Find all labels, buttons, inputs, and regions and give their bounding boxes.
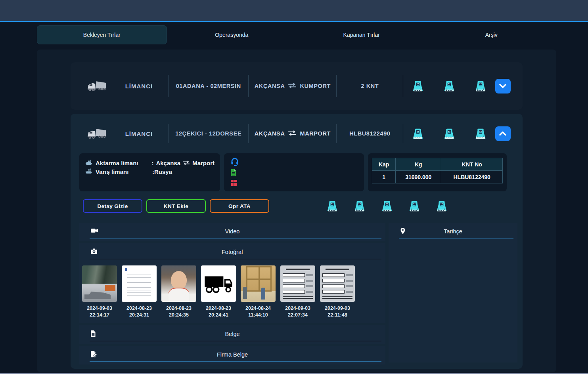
truck-on-road-icon bbox=[442, 127, 457, 140]
media-left-column: Video Fotoğraf 2 bbox=[79, 223, 385, 364]
port-detail-panel: Aktarma limanı :Akçansa Marport Varış li… bbox=[79, 153, 220, 191]
transfer-arrows-icon bbox=[288, 83, 297, 90]
photo-time: 11:44:10 bbox=[241, 312, 276, 319]
document-file-icon[interactable] bbox=[230, 169, 237, 177]
photo-item: 2024-08-2411:44:10 bbox=[241, 265, 276, 319]
section-underline bbox=[90, 361, 381, 362]
transfer-port-value: :Akçansa Marport bbox=[151, 160, 215, 166]
chevron-down-icon bbox=[498, 82, 508, 90]
truck-card-expanded: LİMANCI 12ÇEKICI - 12DORSEE AKÇANSA MARP… bbox=[71, 114, 523, 369]
knt-table-panel: Kap Kg KNT No 1 31690.000 HLBU8122490 bbox=[368, 153, 507, 191]
photo-date: 2024-09-03 bbox=[280, 305, 315, 312]
history-panel: Tarihçe bbox=[389, 223, 517, 363]
section-title: Belge bbox=[79, 325, 385, 343]
origin-port: AKÇANSA bbox=[255, 130, 285, 137]
transfer-from: Akçansa bbox=[156, 160, 180, 166]
photo-thumbnail[interactable] bbox=[320, 265, 355, 302]
support-headset-icon[interactable] bbox=[230, 157, 239, 166]
truck-on-road-icon bbox=[410, 80, 425, 93]
video-section[interactable]: Video bbox=[79, 223, 385, 241]
document-section[interactable]: Belge bbox=[79, 325, 385, 344]
col-header-kg: Kg bbox=[396, 158, 441, 171]
photo-thumbnail[interactable] bbox=[241, 265, 276, 302]
table-row: 1 31690.000 HLBU8122490 bbox=[372, 171, 503, 183]
photo-thumbnail[interactable] bbox=[161, 265, 196, 302]
section-title: Firma Belge bbox=[79, 346, 385, 363]
cargo-ship-icon bbox=[85, 159, 93, 166]
container-number: HLBU8122490 bbox=[337, 130, 403, 137]
cargo-ship-icon bbox=[85, 168, 93, 175]
transfer-to: Marport bbox=[192, 160, 215, 166]
truck-status-icons bbox=[403, 127, 495, 140]
photo-grid: 2024-09-0322:14:17 2024-08-2320:24:31 20… bbox=[79, 262, 385, 323]
photo-time: 22:11:48 bbox=[320, 312, 355, 319]
company-document-section-header: Firma Belge bbox=[79, 346, 385, 364]
photo-thumbnail[interactable] bbox=[280, 265, 315, 302]
video-camera-icon bbox=[90, 227, 98, 235]
port-route: AKÇANSA MARPORT bbox=[249, 130, 336, 137]
route-plates: 01ADANA - 02MERSIN bbox=[169, 83, 248, 89]
expand-card-button[interactable] bbox=[495, 79, 511, 94]
section-title: Tarihçe bbox=[389, 223, 517, 240]
collapse-card-button[interactable] bbox=[495, 126, 511, 141]
knt-table: Kap Kg KNT No 1 31690.000 HLBU8122490 bbox=[372, 158, 503, 183]
media-sections: Video Fotoğraf 2 bbox=[79, 223, 517, 364]
truck-card-collapsed: LİMANCI 01ADANA - 02MERSIN AKÇANSA KUMPO… bbox=[71, 62, 523, 110]
colon: : bbox=[151, 160, 153, 166]
add-knt-button[interactable]: KNT Ekle bbox=[146, 199, 206, 213]
tab-arsiv[interactable]: Arşiv bbox=[427, 25, 557, 44]
camera-icon bbox=[90, 248, 98, 256]
tab-bekleyen-tirlar[interactable]: Bekleyen Tırlar bbox=[37, 25, 167, 44]
photo-section-header[interactable]: Fotoğraf bbox=[79, 243, 385, 262]
truck-on-road-icon bbox=[407, 200, 422, 213]
history-column: Tarihçe bbox=[389, 223, 517, 364]
photo-time: 22:07:34 bbox=[280, 312, 315, 319]
photo-thumbnail[interactable] bbox=[82, 265, 117, 302]
truck-on-road-icon bbox=[473, 127, 488, 140]
origin-port: AKÇANSA bbox=[255, 83, 285, 89]
quick-icons-panel bbox=[224, 153, 364, 191]
hide-detail-button[interactable]: Detay Gizle bbox=[83, 199, 142, 213]
document-icon bbox=[90, 330, 96, 339]
tab-operasyonda[interactable]: Operasyonda bbox=[167, 25, 297, 44]
transfer-port-row: Aktarma limanı :Akçansa Marport bbox=[85, 158, 215, 167]
photo-thumbnail[interactable] bbox=[122, 265, 157, 302]
tab-kapanan-tirlar[interactable]: Kapanan Tırlar bbox=[297, 25, 427, 44]
truck-on-road-icon bbox=[473, 80, 488, 93]
semitruck-image bbox=[82, 126, 110, 141]
section-underline bbox=[90, 259, 381, 259]
truck-card-header: LİMANCI 01ADANA - 02MERSIN AKÇANSA KUMPO… bbox=[71, 62, 523, 110]
transfer-port-label: Aktarma limanı bbox=[96, 160, 151, 166]
col-header-kap: Kap bbox=[372, 158, 396, 171]
semitruck-image bbox=[82, 79, 110, 93]
photo-item: 2024-08-2320:24:31 bbox=[122, 265, 157, 319]
photo-time: 20:24:41 bbox=[201, 312, 236, 319]
truck-on-road-icon bbox=[410, 127, 425, 140]
cell-knt-no: HLBU8122490 bbox=[441, 171, 503, 183]
photo-date: 2024-09-03 bbox=[320, 305, 355, 312]
section-title: Video bbox=[79, 223, 385, 240]
photo-item: 2024-09-0322:11:48 bbox=[320, 265, 355, 319]
truck-on-road-icon bbox=[434, 200, 449, 213]
package-box-icon[interactable] bbox=[230, 179, 237, 186]
photo-date: 2024-08-23 bbox=[122, 305, 157, 312]
photo-time: 20:24:35 bbox=[161, 312, 196, 319]
photo-item: 2024-09-0322:14:17 bbox=[82, 265, 117, 319]
transfer-arrows-icon bbox=[183, 160, 190, 166]
truck-on-road-icon bbox=[442, 80, 457, 93]
document-pen-icon bbox=[90, 351, 98, 359]
arrival-port-label: Varış limanı bbox=[96, 168, 152, 175]
assign-operation-button[interactable]: Opr ATA bbox=[210, 199, 269, 213]
top-navigation-bar bbox=[0, 0, 588, 22]
section-underline bbox=[90, 341, 381, 341]
photo-thumbnail[interactable] bbox=[201, 265, 236, 302]
video-section-header: Video bbox=[79, 223, 385, 241]
truck-on-road-icon bbox=[352, 200, 367, 213]
truck-on-road-icon bbox=[325, 200, 340, 213]
company-document-section[interactable]: Firma Belge bbox=[79, 346, 385, 364]
photo-section: Fotoğraf 2024-09-0322:14:17 2024-08-2320… bbox=[79, 243, 385, 323]
main-content: LİMANCI 01ADANA - 02MERSIN AKÇANSA KUMPO… bbox=[37, 50, 556, 372]
truck-on-road-icon bbox=[379, 200, 395, 213]
transfer-arrows-icon bbox=[288, 130, 297, 137]
destination-port: MARPORT bbox=[300, 130, 331, 137]
